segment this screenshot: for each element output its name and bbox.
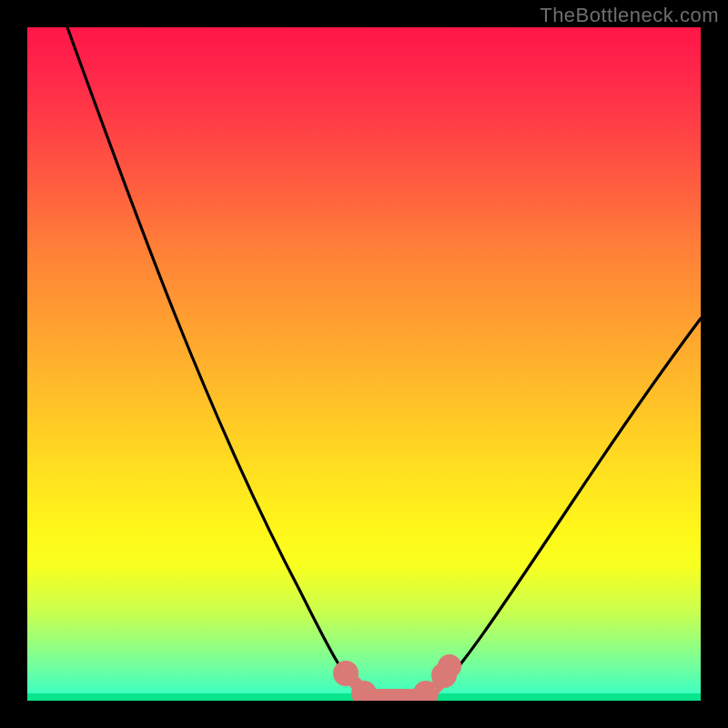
bottleneck-curve [67,27,701,699]
chart-frame: TheBottleneck.com [0,0,728,728]
plot-area [27,27,701,701]
minimum-highlight [339,661,455,700]
svg-point-7 [444,661,455,672]
curve-layer [27,27,701,701]
branding-watermark: TheBottleneck.com [540,4,719,27]
